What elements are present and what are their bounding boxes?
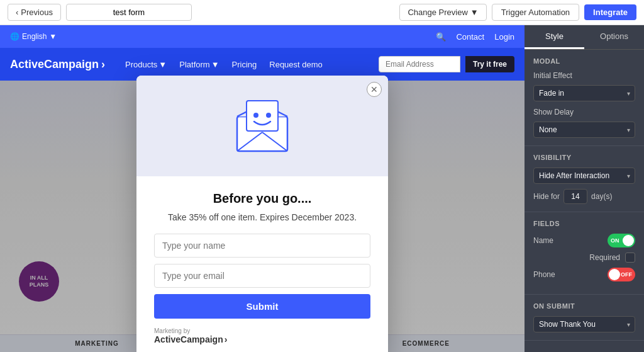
svg-point-3 bbox=[266, 113, 271, 118]
on-submit-select[interactable]: Show Thank You Redirect None bbox=[533, 316, 635, 332]
nav-pricing[interactable]: Pricing bbox=[232, 60, 257, 69]
initial-effect-label: Initial Effect bbox=[533, 71, 572, 80]
top-bar-right: Change Preview ▼ Trigger Automation Inte… bbox=[399, 4, 636, 21]
show-delay-select[interactable]: None 3s 5s bbox=[533, 122, 635, 138]
modal-section-title: Modal bbox=[533, 57, 635, 65]
search-icon[interactable]: 🔍 bbox=[436, 32, 446, 42]
svg-rect-1 bbox=[247, 101, 278, 131]
integrate-label: Integrate bbox=[593, 8, 628, 17]
trigger-automation-button[interactable]: Trigger Automation bbox=[492, 4, 579, 21]
modal-overlay: ✕ bbox=[0, 81, 525, 352]
try-free-button[interactable]: Try it free bbox=[465, 56, 514, 72]
change-preview-button[interactable]: Change Preview ▼ bbox=[399, 4, 486, 21]
main-area: 🌐 English ▼ 🔍 Contact Login ActiveCampai… bbox=[0, 25, 644, 352]
contact-link[interactable]: Contact bbox=[456, 32, 484, 42]
on-submit-section: On Submit Show Thank You Redirect None bbox=[525, 295, 644, 341]
panel-tabs: Style Options bbox=[525, 25, 644, 50]
try-free-label: Try it free bbox=[473, 60, 507, 69]
previous-button[interactable]: ‹ Previous bbox=[8, 4, 61, 21]
visibility-section: Visibility Hide After Interaction Always… bbox=[525, 146, 644, 212]
nav-items: Products ▼ Platform ▼ Pricing Request de… bbox=[125, 60, 379, 69]
on-submit-section-title: On Submit bbox=[533, 302, 635, 310]
nav-products[interactable]: Products ▼ bbox=[125, 60, 167, 69]
tab-style[interactable]: Style bbox=[525, 25, 584, 49]
language-label: English bbox=[22, 32, 47, 41]
modal-name-input[interactable] bbox=[154, 234, 370, 258]
name-toggle[interactable] bbox=[608, 234, 635, 247]
show-delay-label: Show Delay bbox=[533, 108, 574, 116]
modal-submit-button[interactable]: Submit bbox=[154, 294, 370, 319]
hide-for-row: Hide for day(s) bbox=[533, 189, 635, 204]
modal-section: Modal Initial Effect Fade in Slide in No… bbox=[525, 50, 644, 146]
lang-dropdown-icon: ▼ bbox=[49, 32, 57, 41]
days-label: day(s) bbox=[591, 192, 612, 201]
style-tab-label: Style bbox=[545, 31, 564, 41]
visibility-select[interactable]: Hide After Interaction Always Show Show … bbox=[533, 167, 635, 184]
options-tab-label: Options bbox=[600, 31, 628, 41]
top-nav-links: 🔍 Contact Login bbox=[436, 32, 514, 42]
modal-body: Before you go.... Take 35% off one item.… bbox=[136, 176, 388, 352]
email-input[interactable] bbox=[379, 56, 460, 72]
show-delay-row: Show Delay bbox=[533, 108, 635, 116]
visibility-section-title: Visibility bbox=[533, 154, 635, 161]
fields-section-title: Fields bbox=[533, 220, 635, 227]
visibility-select-wrapper: Hide After Interaction Always Show Show … bbox=[533, 167, 635, 184]
tab-options[interactable]: Options bbox=[584, 25, 644, 49]
name-toggle-knob bbox=[623, 235, 634, 246]
initial-effect-select-wrapper: Fade in Slide in None bbox=[533, 85, 635, 101]
required-label: Required bbox=[589, 253, 620, 262]
modal-popup: ✕ bbox=[136, 76, 388, 352]
modal-subtitle: Take 35% off one item. Expires December … bbox=[154, 212, 370, 222]
envelope-icon bbox=[231, 98, 294, 154]
top-bar-left: ‹ Previous bbox=[8, 4, 192, 21]
phone-field-row: Phone bbox=[533, 268, 635, 281]
hide-days-input[interactable] bbox=[564, 189, 587, 204]
language-selector[interactable]: 🌐 English ▼ bbox=[10, 32, 57, 41]
language-bar: 🌐 English ▼ 🔍 Contact Login bbox=[0, 25, 525, 48]
hide-for-label: Hide for bbox=[533, 192, 560, 201]
trigger-automation-label: Trigger Automation bbox=[501, 8, 570, 17]
name-field-row: Name bbox=[533, 234, 635, 247]
top-bar: ‹ Previous Change Preview ▼ Trigger Auto… bbox=[0, 0, 644, 25]
name-field-label: Name bbox=[533, 236, 553, 245]
nav-demo[interactable]: Request demo bbox=[269, 60, 323, 69]
phone-toggle[interactable] bbox=[608, 268, 635, 281]
on-submit-select-wrapper: Show Thank You Redirect None bbox=[533, 316, 635, 332]
right-panel: Style Options Modal Initial Effect Fade … bbox=[525, 25, 644, 352]
chevron-down-icon: ▼ bbox=[470, 8, 479, 17]
globe-icon: 🌐 bbox=[10, 32, 19, 41]
required-row: Required bbox=[533, 253, 635, 263]
initial-effect-row: Initial Effect bbox=[533, 71, 635, 80]
phone-toggle-knob bbox=[609, 269, 620, 280]
phone-field-label: Phone bbox=[533, 270, 555, 279]
platform-label: Platform bbox=[179, 60, 209, 69]
logo-arrow-icon: › bbox=[101, 58, 105, 71]
show-delay-select-wrapper: None 3s 5s bbox=[533, 122, 635, 138]
website-background: IN ALLPLANS ✕ bbox=[0, 81, 525, 352]
chevron-left-icon: ‹ bbox=[16, 8, 18, 17]
modal-email-input[interactable] bbox=[154, 264, 370, 288]
form-name-input[interactable] bbox=[66, 4, 192, 21]
login-link[interactable]: Login bbox=[494, 32, 514, 42]
initial-effect-select[interactable]: Fade in Slide in None bbox=[533, 85, 635, 101]
submit-label: Submit bbox=[247, 301, 279, 312]
fields-section: Fields Name Required Phone bbox=[525, 212, 644, 295]
ac-logo: ActiveCampaign › bbox=[10, 58, 105, 71]
branding-text: ActiveCampaign bbox=[154, 334, 223, 344]
preview-area: 🌐 English ▼ 🔍 Contact Login ActiveCampai… bbox=[0, 25, 525, 352]
modal-footer: Marketing by ActiveCampaign › bbox=[154, 327, 370, 344]
modal-image-area bbox=[136, 76, 388, 176]
logo-text: ActiveCampaign bbox=[10, 58, 99, 71]
integrate-button[interactable]: Integrate bbox=[584, 4, 636, 20]
pricing-label: Pricing bbox=[232, 60, 257, 69]
demo-label: Request demo bbox=[269, 60, 323, 69]
products-dropdown-icon: ▼ bbox=[158, 60, 167, 69]
svg-point-2 bbox=[253, 113, 258, 118]
modal-close-button[interactable]: ✕ bbox=[367, 82, 382, 97]
marketing-by-label: Marketing by bbox=[154, 327, 190, 334]
required-checkbox[interactable] bbox=[625, 253, 635, 263]
nav-right: Try it free bbox=[379, 56, 514, 72]
platform-dropdown-icon: ▼ bbox=[211, 60, 219, 69]
branding-arrow-icon: › bbox=[225, 334, 228, 344]
nav-platform[interactable]: Platform ▼ bbox=[179, 60, 219, 69]
